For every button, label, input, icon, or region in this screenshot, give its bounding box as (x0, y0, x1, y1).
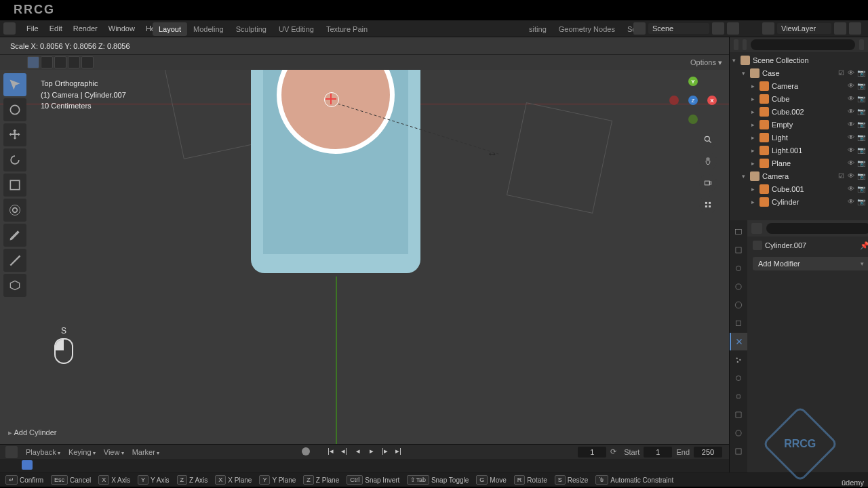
keyframe-next-icon[interactable]: |▸ (379, 447, 391, 458)
select-mode-5[interactable] (81, 56, 94, 68)
scene-del-icon[interactable] (727, 22, 739, 35)
menu-render[interactable]: Render (68, 22, 103, 35)
obj-icon (760, 94, 769, 104)
jump-end-icon[interactable]: ▸| (393, 447, 405, 458)
prop-tab-texture[interactable] (730, 443, 747, 460)
gizmo-neg-x[interactable] (669, 96, 679, 105)
outliner-row[interactable]: ▾Case☑👁📷 (730, 66, 868, 79)
tool-add-cube[interactable] (3, 274, 26, 297)
timeline-editor-type-icon[interactable] (5, 446, 18, 458)
tool-annotate[interactable] (3, 224, 26, 247)
timeline-keying[interactable]: Keying (64, 447, 100, 458)
timeline-track[interactable] (0, 459, 729, 472)
tool-rotate[interactable] (3, 148, 26, 171)
ws-geonodes[interactable]: Geometry Nodes (553, 22, 621, 36)
viewport-options[interactable]: Options ▾ (690, 58, 722, 67)
play-icon[interactable]: ▸ (366, 447, 378, 458)
select-mode-3[interactable] (54, 56, 66, 68)
select-mode-2[interactable] (41, 56, 53, 68)
tool-scale[interactable] (3, 174, 26, 197)
play-rev-icon[interactable]: ◂ (352, 447, 364, 458)
nav-gizmo[interactable]: Y X Z (669, 77, 717, 124)
tool-move[interactable] (3, 123, 26, 146)
prop-tab-data[interactable] (730, 406, 747, 424)
svg-rect-22 (736, 449, 741, 454)
jump-start-icon[interactable]: |◂ (325, 447, 337, 458)
current-frame[interactable] (578, 447, 606, 458)
prop-tab-output[interactable] (730, 241, 747, 259)
start-frame[interactable] (644, 447, 672, 458)
outliner-search[interactable] (751, 39, 855, 50)
outliner-row[interactable]: ▾Camera☑👁📷 (730, 169, 868, 182)
ws-uv[interactable]: UV Editing (273, 22, 320, 36)
outliner-row[interactable]: ▸Plane👁📷 (730, 157, 868, 169)
menu-edit[interactable]: Edit (44, 22, 68, 35)
add-modifier-dropdown[interactable]: Add Modifier (753, 257, 868, 270)
prop-tab-particle[interactable] (730, 351, 747, 369)
tool-cursor[interactable] (3, 98, 26, 121)
properties-type-icon[interactable] (751, 223, 762, 234)
prop-tab-constraint[interactable] (730, 388, 747, 405)
prop-tab-viewlayer[interactable] (730, 260, 747, 277)
outliner-row[interactable]: ▸Cube.001👁📷 (730, 182, 868, 195)
prop-tab-modifier[interactable] (730, 333, 747, 350)
timeline-playback[interactable]: Playback (22, 447, 64, 458)
ws-modeling[interactable]: Modeling (187, 22, 230, 36)
outliner-filter-icon[interactable] (859, 39, 864, 50)
ws-layout[interactable]: Layout (153, 22, 187, 36)
blender-logo[interactable] (3, 22, 16, 35)
menu-file[interactable]: File (21, 22, 44, 35)
tool-select-box[interactable] (3, 73, 26, 96)
tool-measure[interactable] (3, 249, 26, 272)
outliner-row[interactable]: ▸Light.001👁📷 (730, 144, 868, 157)
gizmo-y[interactable]: Y (688, 77, 698, 86)
outliner-display-icon[interactable] (743, 39, 747, 50)
gizmo-z[interactable]: Z (688, 96, 698, 105)
nav-zoom-icon[interactable] (699, 131, 717, 148)
prop-tab-material[interactable] (730, 424, 747, 442)
scene-browse-icon[interactable] (633, 22, 646, 35)
end-frame[interactable] (694, 447, 722, 458)
outliner-header (730, 37, 868, 52)
svg-rect-6 (705, 181, 709, 185)
viewlayer-del-icon[interactable] (849, 22, 861, 35)
outliner-row[interactable]: ▸Light👁📷 (730, 131, 868, 144)
outliner-type-icon[interactable] (734, 39, 738, 50)
last-operator-panel[interactable]: Add Cylinder (8, 428, 56, 437)
timeline-view[interactable]: View (100, 447, 128, 458)
outliner-row[interactable]: ▸Empty👁📷 (730, 118, 868, 131)
prop-tab-render[interactable] (730, 223, 747, 241)
gizmo-x[interactable]: X (707, 96, 717, 105)
scene-new-icon[interactable] (712, 22, 724, 35)
autokey-icon[interactable] (302, 447, 310, 455)
prop-tab-scene[interactable] (730, 278, 747, 296)
outliner-row[interactable]: ▸Cylinder👁📷 (730, 195, 868, 208)
tool-transform[interactable] (3, 199, 26, 222)
outliner-row[interactable]: ▸Camera👁📷 (730, 79, 868, 92)
timeline-marker[interactable]: Marker (128, 447, 163, 458)
3d-viewport[interactable]: ↔ Top Orthographic (1) Camera | Cylinder… (0, 70, 729, 444)
properties-search[interactable] (766, 223, 868, 234)
ws-compositing[interactable]: siting (523, 22, 553, 36)
outliner-row[interactable]: ▸Cube👁📷 (730, 92, 868, 105)
gizmo-neg-y[interactable] (688, 115, 698, 124)
keyframe-prev-icon[interactable]: ◂| (338, 447, 351, 458)
viewlayer-name-input[interactable] (777, 23, 831, 34)
menu-window[interactable]: Window (103, 22, 140, 35)
playhead[interactable] (22, 460, 33, 470)
scene-name-input[interactable] (648, 23, 709, 34)
prop-tab-physics[interactable] (730, 369, 747, 387)
nav-persp-icon[interactable] (699, 196, 717, 214)
nav-pan-icon[interactable] (699, 152, 717, 170)
prop-tab-world[interactable] (730, 296, 747, 314)
viewlayer-icon[interactable] (762, 22, 774, 35)
nav-camera-icon[interactable] (699, 174, 717, 192)
select-mode-1[interactable] (27, 56, 39, 68)
ws-sculpting[interactable]: Sculpting (230, 22, 273, 36)
outliner-row[interactable]: ▸Cube.002👁📷 (730, 105, 868, 118)
ws-texture[interactable]: Texture Pain (320, 22, 374, 36)
outliner-scene-collection[interactable]: ▾ Scene Collection (730, 54, 868, 66)
prop-tab-object[interactable] (730, 314, 747, 332)
select-mode-4[interactable] (68, 56, 80, 68)
viewlayer-new-icon[interactable] (834, 22, 846, 35)
